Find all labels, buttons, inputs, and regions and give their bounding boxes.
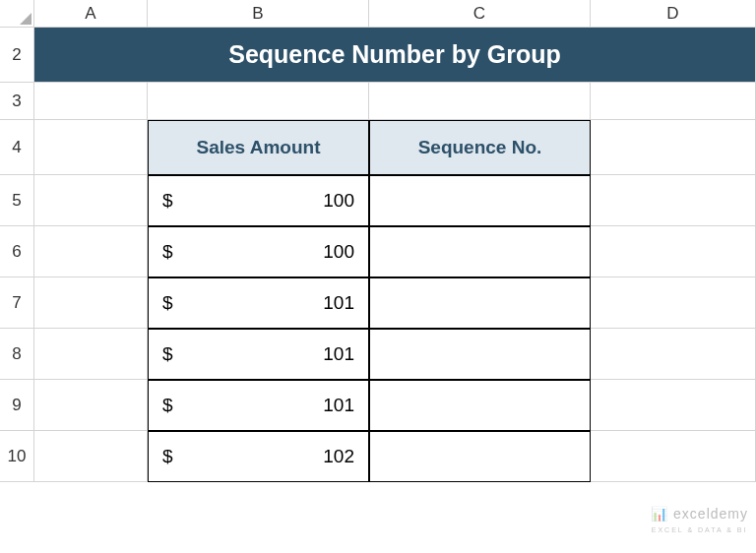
- cell-c7[interactable]: [369, 277, 591, 329]
- cell-b9[interactable]: $ 101: [148, 380, 369, 431]
- cell-d6[interactable]: [591, 226, 756, 277]
- cell-a8[interactable]: [34, 329, 148, 380]
- cell-a5[interactable]: [34, 175, 148, 226]
- col-header-c[interactable]: C: [369, 0, 591, 28]
- cell-c3[interactable]: [369, 83, 591, 120]
- cell-d5[interactable]: [591, 175, 756, 226]
- cell-b8[interactable]: $ 101: [148, 329, 369, 380]
- header-sales-amount[interactable]: Sales Amount: [148, 120, 369, 175]
- row-header-5[interactable]: 5: [0, 175, 34, 226]
- row-header-8[interactable]: 8: [0, 329, 34, 380]
- cell-a4[interactable]: [34, 120, 148, 175]
- amount-value: 101: [323, 343, 356, 365]
- cell-b3[interactable]: [148, 83, 369, 120]
- title-cell[interactable]: Sequence Number by Group: [34, 28, 756, 83]
- cell-c5[interactable]: [369, 175, 591, 226]
- cell-b10[interactable]: $ 102: [148, 431, 369, 482]
- col-header-b[interactable]: B: [148, 0, 369, 28]
- row-header-9[interactable]: 9: [0, 380, 34, 431]
- cell-a6[interactable]: [34, 226, 148, 277]
- cell-d10[interactable]: [591, 431, 756, 482]
- cell-d3[interactable]: [591, 83, 756, 120]
- cell-c10[interactable]: [369, 431, 591, 482]
- col-header-a[interactable]: A: [34, 0, 148, 28]
- amount-value: 100: [323, 190, 356, 212]
- currency-symbol: $: [160, 190, 173, 212]
- select-all-corner[interactable]: [0, 0, 34, 28]
- row-header-7[interactable]: 7: [0, 277, 34, 329]
- spreadsheet-grid: A B C D 2 Sequence Number by Group 3 4 S…: [0, 0, 756, 482]
- cell-d8[interactable]: [591, 329, 756, 380]
- cell-a9[interactable]: [34, 380, 148, 431]
- row-header-4[interactable]: 4: [0, 120, 34, 175]
- cell-d4[interactable]: [591, 120, 756, 175]
- cell-c8[interactable]: [369, 329, 591, 380]
- amount-value: 101: [323, 395, 356, 416]
- cell-d9[interactable]: [591, 380, 756, 431]
- cell-a10[interactable]: [34, 431, 148, 482]
- header-sequence-no[interactable]: Sequence No.: [369, 120, 591, 175]
- row-header-3[interactable]: 3: [0, 83, 34, 120]
- amount-value: 102: [323, 446, 356, 467]
- row-header-6[interactable]: 6: [0, 226, 34, 277]
- cell-c6[interactable]: [369, 226, 591, 277]
- col-header-d[interactable]: D: [591, 0, 756, 28]
- currency-symbol: $: [160, 446, 173, 467]
- cell-d7[interactable]: [591, 277, 756, 329]
- currency-symbol: $: [160, 292, 173, 314]
- cell-b5[interactable]: $ 100: [148, 175, 369, 226]
- cell-b7[interactable]: $ 101: [148, 277, 369, 329]
- watermark-brand: 📊 exceldemy: [651, 506, 748, 522]
- watermark-tagline: EXCEL & DATA & BI: [652, 526, 748, 533]
- cell-a3[interactable]: [34, 83, 148, 120]
- cell-a7[interactable]: [34, 277, 148, 329]
- amount-value: 100: [323, 241, 356, 263]
- currency-symbol: $: [160, 343, 173, 365]
- row-header-2[interactable]: 2: [0, 28, 34, 83]
- currency-symbol: $: [160, 241, 173, 263]
- amount-value: 101: [323, 292, 356, 314]
- watermark: 📊 exceldemy EXCEL & DATA & BI: [651, 506, 748, 535]
- cell-c9[interactable]: [369, 380, 591, 431]
- currency-symbol: $: [160, 395, 173, 416]
- cell-b6[interactable]: $ 100: [148, 226, 369, 277]
- row-header-10[interactable]: 10: [0, 431, 34, 482]
